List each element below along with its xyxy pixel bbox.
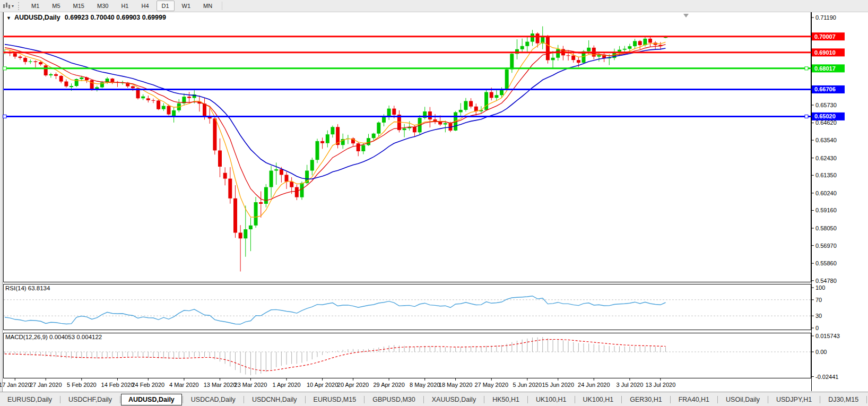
candle bbox=[628, 46, 631, 49]
date-tick-label: 27 May 2020 bbox=[474, 382, 508, 388]
candle bbox=[152, 100, 155, 101]
toolbar-separator bbox=[222, 2, 222, 10]
line-handle-right[interactable] bbox=[805, 115, 808, 118]
line-handle-right[interactable] bbox=[805, 67, 808, 70]
chart-tab-eurusd-m15[interactable]: EURUSD,M15 bbox=[306, 394, 364, 405]
price-line-tag-label: 0.68017 bbox=[814, 65, 836, 72]
date-tick-label: 4 Mar 2020 bbox=[169, 382, 199, 388]
chart-tabs-bar: EURUSD,DailyUSDCHF,DailyAUDUSD,DailyUSDC… bbox=[0, 392, 868, 406]
timeframe-toolbar: ▾ M1M5M15M30H1H4D1W1MN bbox=[0, 0, 868, 12]
chart-type-icon[interactable]: ▾ bbox=[2, 2, 14, 10]
chart-canvas: 0.711900.701100.690000.679200.668100.657… bbox=[0, 0, 868, 392]
candle bbox=[310, 160, 314, 170]
timeframe-button-mn[interactable]: MN bbox=[198, 1, 218, 11]
candle bbox=[167, 106, 171, 115]
chart-tab-fra40-h1[interactable]: FRA40,H1 bbox=[671, 394, 717, 405]
candle bbox=[213, 118, 216, 150]
timeframe-button-m15[interactable]: M15 bbox=[68, 1, 90, 11]
price-tick-label: 0.59160 bbox=[815, 207, 837, 213]
date-tick-label: 13 Jul 2020 bbox=[645, 382, 675, 388]
candle bbox=[54, 74, 58, 76]
toolbar-grip-handle[interactable] bbox=[18, 2, 21, 10]
date-tick-label: 3 Jul 2020 bbox=[617, 382, 644, 388]
price-tick-label: 0.58050 bbox=[815, 225, 837, 231]
candle bbox=[233, 198, 237, 233]
candle bbox=[264, 187, 268, 204]
candle bbox=[372, 134, 376, 139]
candle bbox=[567, 55, 570, 56]
candle bbox=[377, 123, 380, 134]
date-tick-label: 24 Jun 2020 bbox=[578, 382, 610, 388]
price-tick-label: 0.62430 bbox=[815, 155, 837, 161]
timeframe-button-d1[interactable]: D1 bbox=[157, 1, 175, 11]
chart-tab-audusd-daily[interactable]: AUDUSD,Daily bbox=[121, 394, 182, 405]
date-tick-label: 24 Feb 2020 bbox=[132, 382, 164, 388]
candle bbox=[510, 54, 514, 69]
candle bbox=[469, 101, 473, 106]
chart-tab-eurusd-daily[interactable]: EURUSD,Daily bbox=[0, 394, 59, 405]
candle bbox=[500, 90, 504, 96]
candle bbox=[162, 106, 166, 109]
tab-separator bbox=[423, 396, 424, 403]
tab-separator bbox=[621, 396, 622, 403]
macd-panel-plot[interactable] bbox=[4, 333, 811, 378]
tab-separator bbox=[820, 396, 820, 403]
date-tick-label: 23 Mar 2020 bbox=[235, 382, 267, 388]
candle bbox=[367, 138, 370, 145]
timeframe-buttons: M1M5M15M30H1H4D1W1MN bbox=[25, 1, 219, 11]
candle bbox=[357, 143, 360, 151]
candle bbox=[571, 56, 575, 61]
price-tick-label: 0.60240 bbox=[815, 190, 837, 196]
date-tick-label: 14 Feb 2020 bbox=[101, 382, 134, 388]
chevron-down-icon: ▾ bbox=[12, 4, 14, 8]
chart-tab-ger30-h1[interactable]: GER30,H1 bbox=[622, 394, 669, 405]
price-line-tag-label: 0.65020 bbox=[814, 113, 836, 119]
rsi-tick-label: 100 bbox=[815, 284, 825, 291]
chart-tab-dj30-m15[interactable]: DJ30,M15 bbox=[821, 394, 866, 405]
chart-tab-hk50-h1[interactable]: HK50,H1 bbox=[485, 394, 527, 405]
candle bbox=[59, 76, 63, 82]
date-tick-label: 27 Jan 2020 bbox=[30, 382, 62, 388]
rsi-tick-label: 70 bbox=[815, 297, 822, 303]
timeframe-button-h1[interactable]: H1 bbox=[116, 1, 134, 11]
timeframe-button-w1[interactable]: W1 bbox=[177, 1, 196, 11]
date-tick-label: 8 May 2020 bbox=[410, 382, 440, 388]
date-tick-label: 5 Jun 2020 bbox=[513, 382, 542, 388]
chart-tab-uk100-h1[interactable]: UK100,H1 bbox=[528, 394, 574, 405]
candle bbox=[490, 92, 493, 98]
timeframe-button-m30[interactable]: M30 bbox=[92, 1, 114, 11]
date-tick-label: 29 Apr 2020 bbox=[373, 382, 404, 388]
tab-separator bbox=[866, 396, 867, 403]
chart-dropdown-icon[interactable]: ▼ bbox=[6, 15, 11, 21]
candle bbox=[290, 182, 293, 187]
candle bbox=[525, 42, 529, 46]
candle bbox=[29, 62, 32, 62]
date-tick-label: 17 Jan 2020 bbox=[0, 382, 31, 388]
candle bbox=[295, 187, 299, 197]
timeframe-button-m5[interactable]: M5 bbox=[47, 1, 65, 11]
candle bbox=[131, 87, 135, 89]
candle bbox=[494, 95, 498, 98]
rsi-tick-label: 30 bbox=[815, 313, 822, 319]
chart-tab-usoil-daily[interactable]: USOil,Daily bbox=[718, 394, 767, 405]
chart-tab-usdchf-daily[interactable]: USDCHF,Daily bbox=[61, 394, 119, 405]
line-handle-left[interactable] bbox=[3, 67, 6, 70]
price-tick-label: 0.54780 bbox=[815, 278, 837, 284]
chart-tab-usdjpy-h1[interactable]: USDJPY,H1 bbox=[769, 394, 819, 405]
line-handle-left[interactable] bbox=[3, 115, 6, 118]
candle bbox=[623, 49, 627, 50]
chart-tab-usdcnh-daily[interactable]: USDCNH,Daily bbox=[245, 394, 305, 405]
price-tick-label: 0.55860 bbox=[815, 260, 837, 266]
chart-tab-usdcad-daily[interactable]: USDCAD,Daily bbox=[184, 394, 243, 405]
candle bbox=[520, 46, 524, 49]
timeframe-button-m1[interactable]: M1 bbox=[26, 1, 45, 11]
candle bbox=[536, 33, 540, 43]
rsi-panel-plot[interactable] bbox=[4, 284, 811, 330]
timeframe-button-h4[interactable]: H4 bbox=[136, 1, 154, 11]
candle bbox=[300, 183, 304, 197]
tab-separator bbox=[527, 396, 528, 403]
chart-tab-uk100-h1[interactable]: UK100,H1 bbox=[576, 394, 621, 405]
chart-tab-gbpusd-m30[interactable]: GBPUSD,M30 bbox=[365, 394, 423, 405]
chart-tabs: EURUSD,DailyUSDCHF,DailyAUDUSD,DailyUSDC… bbox=[0, 394, 868, 405]
chart-tab-xauusd-daily[interactable]: XAUUSD,Daily bbox=[424, 394, 483, 405]
